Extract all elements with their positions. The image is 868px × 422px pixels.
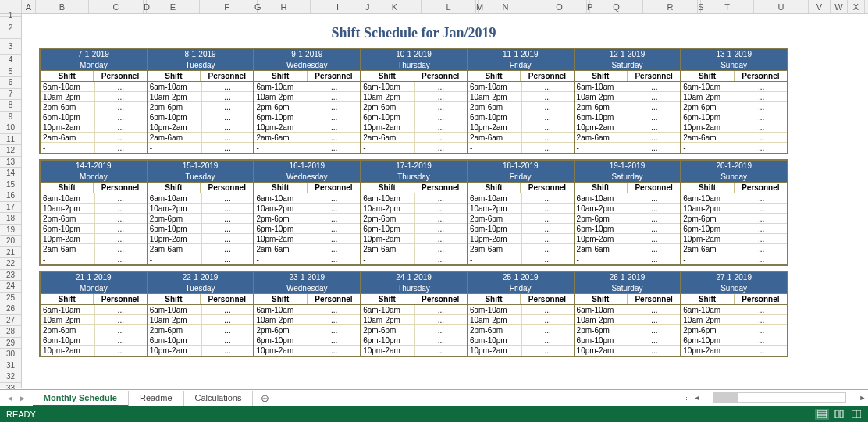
shift-time-cell[interactable]: 2am-6am [681,133,735,142]
shift-time-cell[interactable]: 10am-2pm [41,92,95,101]
shift-row[interactable]: 6am-10am... [468,305,574,315]
column-header-F[interactable]: F [200,0,254,13]
personnel-cell[interactable]: ... [735,133,787,142]
shift-time-cell[interactable]: 10am-2pm [575,204,629,213]
shift-row[interactable]: 6am-10am... [575,305,681,315]
shift-row[interactable]: 10am-2pm... [254,315,360,325]
personnel-cell[interactable]: ... [522,315,574,324]
shift-time-cell[interactable]: 6pm-10pm [148,112,202,122]
shift-time-cell[interactable]: 6am-10am [254,305,308,314]
shift-row[interactable]: -... [468,254,574,264]
shift-time-cell[interactable]: 10am-2pm [361,92,415,101]
shift-time-cell[interactable]: - [361,254,415,264]
shift-time-cell[interactable]: 6am-10am [41,82,95,91]
shift-time-cell[interactable]: - [254,254,308,264]
personnel-cell[interactable]: ... [202,346,254,356]
shift-time-cell[interactable]: 10am-2pm [681,204,735,213]
shift-row[interactable]: 2pm-6pm... [575,214,681,224]
row-header-29[interactable]: 29 [0,338,21,349]
personnel-cell[interactable]: ... [628,244,680,254]
personnel-cell[interactable]: ... [95,335,147,345]
row-header-19[interactable]: 19 [0,225,21,236]
shift-row[interactable]: 10am-2pm... [468,315,574,325]
worksheet-tab[interactable]: Readme [129,391,184,406]
personnel-cell[interactable]: ... [522,102,574,112]
personnel-cell[interactable]: ... [522,82,574,91]
shift-time-cell[interactable]: 2am-6am [254,133,308,142]
personnel-cell[interactable]: ... [95,193,147,203]
shift-row[interactable]: 6am-10am... [254,305,360,315]
personnel-cell[interactable]: ... [735,122,787,132]
shift-row[interactable]: -... [148,143,254,153]
shift-row[interactable]: 2pm-6pm... [148,214,254,224]
shift-time-cell[interactable]: 6am-10am [681,305,735,314]
personnel-cell[interactable]: ... [628,92,680,101]
row-header-18[interactable]: 18 [0,213,21,225]
personnel-cell[interactable]: ... [415,224,467,233]
shift-row[interactable]: 2am-6am... [148,244,254,254]
personnel-cell[interactable]: ... [308,82,360,91]
shift-row[interactable]: 2pm-6pm... [681,214,787,224]
shift-time-cell[interactable]: 10am-2pm [575,92,629,101]
row-header-6[interactable]: 6 [0,77,21,89]
shift-time-cell[interactable]: 10am-2pm [148,315,202,324]
horizontal-scrollbar[interactable]: ⋮ ◄ ► [681,389,868,406]
personnel-cell[interactable]: ... [202,204,254,213]
shift-row[interactable]: 2pm-6pm... [575,102,681,112]
personnel-cell[interactable]: ... [628,214,680,223]
shift-time-cell[interactable]: 10pm-2am [575,234,629,243]
shift-time-cell[interactable]: 10pm-2am [468,122,522,132]
personnel-cell[interactable]: ... [415,143,467,153]
personnel-cell[interactable]: ... [522,143,574,153]
personnel-cell[interactable]: ... [308,335,360,345]
personnel-cell[interactable]: ... [415,234,467,243]
shift-row[interactable]: 6am-10am... [148,305,254,315]
shift-row[interactable]: 10pm-2am... [361,122,467,133]
personnel-cell[interactable]: ... [522,244,574,254]
shift-row[interactable]: 6am-10am... [361,193,467,204]
shift-time-cell[interactable]: 2pm-6pm [254,214,308,223]
row-header-15[interactable]: 15 [0,179,21,191]
personnel-cell[interactable]: ... [308,122,360,132]
row-header-2[interactable]: 2 [0,17,21,39]
shift-row[interactable]: 10pm-2am... [468,346,574,356]
shift-row[interactable]: 2am-6am... [468,133,574,143]
shift-row[interactable]: 6pm-10pm... [575,224,681,234]
shift-row[interactable]: 10pm-2am... [681,122,787,133]
personnel-cell[interactable]: ... [308,193,360,203]
personnel-cell[interactable]: ... [202,305,254,314]
personnel-cell[interactable]: ... [628,234,680,243]
row-header-12[interactable]: 12 [0,145,21,157]
shift-row[interactable]: 6pm-10pm... [148,335,254,346]
personnel-cell[interactable]: ... [95,122,147,132]
personnel-cell[interactable]: ... [628,335,680,345]
shift-time-cell[interactable]: 6pm-10pm [148,224,202,233]
personnel-cell[interactable]: ... [308,112,360,122]
row-header-23[interactable]: 23 [0,270,21,282]
shift-time-cell[interactable]: - [575,254,629,264]
shift-time-cell[interactable]: - [681,143,735,153]
personnel-cell[interactable]: ... [628,254,680,264]
add-sheet-button[interactable]: ⊕ [253,392,277,404]
personnel-cell[interactable]: ... [522,204,574,213]
personnel-cell[interactable]: ... [308,133,360,142]
shift-row[interactable]: 2am-6am... [681,133,787,143]
row-header-5[interactable]: 5 [0,66,21,78]
personnel-cell[interactable]: ... [308,244,360,254]
shift-row[interactable]: 10pm-2am... [41,234,147,244]
personnel-cell[interactable]: ... [735,143,787,153]
personnel-cell[interactable]: ... [95,112,147,122]
shift-time-cell[interactable]: 2pm-6pm [41,325,95,335]
personnel-cell[interactable]: ... [95,315,147,324]
shift-time-cell[interactable]: 6am-10am [148,305,202,314]
shift-row[interactable]: 6am-10am... [361,305,467,315]
shift-row[interactable]: 6pm-10pm... [468,112,574,122]
shift-time-cell[interactable]: - [468,143,522,153]
shift-time-cell[interactable]: 6am-10am [41,193,95,203]
row-header-9[interactable]: 9 [0,112,21,123]
shift-row[interactable]: -... [681,143,787,153]
personnel-cell[interactable]: ... [735,112,787,122]
personnel-cell[interactable]: ... [522,133,574,142]
page-layout-view-icon[interactable] [832,409,846,420]
personnel-cell[interactable]: ... [628,193,680,203]
